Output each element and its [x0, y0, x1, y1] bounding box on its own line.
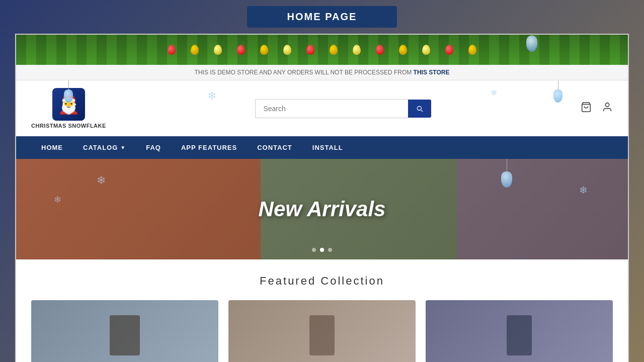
search-icon [416, 105, 424, 113]
featured-title: Featured Collection [31, 275, 613, 288]
site-wrapper: THIS IS DEMO STORE AND ANY ORDERS WILL N… [15, 34, 629, 362]
logo-text: CHRISTMAS SNOWFLAKE [31, 123, 106, 129]
ornament-red [168, 45, 176, 55]
ornament-gold-4 [399, 45, 407, 55]
ornament-gold-2 [260, 45, 268, 55]
ornament-red-5 [445, 45, 453, 55]
hero-teardrop [501, 159, 512, 188]
catalog-dropdown-icon: ▼ [120, 145, 126, 150]
nav-contact[interactable]: CONTACT [247, 136, 302, 159]
ornament-yellow-4 [422, 45, 430, 55]
home-page-button[interactable]: HOME PAGE [247, 6, 397, 28]
snow-icon-hero-1: ❄ [97, 174, 106, 187]
snowflake-icon-1: ❄ [207, 89, 216, 103]
nav-faq[interactable]: FAQ [136, 136, 171, 159]
ornament-red-2 [237, 45, 245, 55]
ornament-red-3 [306, 45, 314, 55]
hero-banner: New Arrivals ❄ ❄ ❄ [16, 159, 628, 259]
ornament-red-4 [376, 45, 384, 55]
header-icons [581, 102, 613, 116]
ornament-yellow-3 [353, 45, 361, 55]
user-icon[interactable] [602, 102, 613, 116]
svg-point-1 [605, 103, 609, 106]
search-input[interactable] [255, 99, 408, 118]
teardrop-right [553, 80, 562, 103]
search-area [255, 99, 431, 118]
snow-icon-hero-3: ❄ [54, 194, 61, 205]
snowflake-icon-2: ❄ [491, 88, 497, 98]
ornament-gold [191, 45, 199, 55]
ornament-yellow-2 [283, 45, 291, 55]
ornament-gold-3 [330, 45, 338, 55]
nav-install[interactable]: INSTALL [302, 136, 353, 159]
cart-icon[interactable] [581, 102, 592, 116]
product-grid [31, 300, 613, 362]
hero-title: New Arrivals [259, 197, 386, 221]
hero-dot-3[interactable] [328, 248, 332, 252]
nav-teardrop-1 [526, 34, 537, 52]
nav-catalog[interactable]: CATALOG ▼ [73, 136, 136, 159]
demo-store-link[interactable]: THIS STORE [414, 69, 450, 76]
product-card-1[interactable] [31, 300, 218, 362]
ornament-yellow [214, 45, 222, 55]
snow-icon-hero-2: ❄ [579, 184, 588, 196]
nav-home[interactable]: HOME [31, 136, 73, 159]
site-navigation: HOME CATALOG ▼ FAQ APP FEATURES CONTACT … [16, 136, 628, 159]
product-card-3[interactable] [426, 300, 613, 362]
demo-notice: THIS IS DEMO STORE AND ANY ORDERS WILL N… [16, 65, 628, 80]
product-card-2[interactable] [228, 300, 416, 362]
hero-dots [312, 248, 332, 252]
search-button[interactable] [408, 100, 431, 118]
hero-dot-1[interactable] [312, 248, 316, 252]
nav-app-features[interactable]: APP FEATURES [171, 136, 247, 159]
ornament-gold-5 [468, 45, 476, 55]
teardrop-left [64, 80, 73, 103]
hero-dot-2[interactable] [320, 248, 324, 252]
featured-section: Featured Collection [16, 259, 628, 362]
site-header: ❄ ❄ 🎅 CHRISTMAS SNOWFLAKE [16, 80, 628, 136]
top-bar: HOME PAGE [0, 0, 644, 34]
